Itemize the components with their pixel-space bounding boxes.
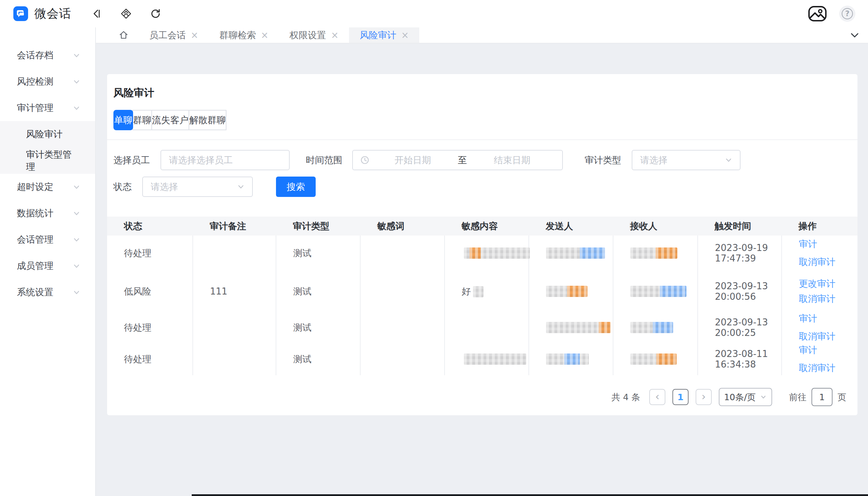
mosaic-segment [473,286,484,297]
audit-type-placeholder: 请选择 [640,154,668,166]
sidebar-item[interactable]: 会话存档 [0,42,95,68]
row-action-link[interactable]: 取消审计 [799,256,835,268]
refresh-icon[interactable] [150,8,161,19]
table-column-header: 触发时间 [698,217,782,236]
row-actions: 审计取消审计 [799,312,857,343]
employee-input[interactable] [160,150,290,170]
sidebar-item[interactable]: 会话管理 [0,226,95,253]
row-action-link[interactable]: 审计 [799,238,817,250]
chat-type-tabs: 单聊群聊流失客户解散群聊 [113,110,226,130]
close-icon[interactable]: × [401,31,409,40]
table-row: 低风险 111 测试 好 2023-09-13 20:00:5 [107,271,857,312]
chat-type-tab[interactable]: 解散群聊 [189,110,226,130]
sidebar-item[interactable]: 审计管理 [0,95,95,121]
open-tab[interactable]: 权限设置 × [279,27,349,43]
image-placeholder-icon [808,4,827,24]
redacted-receiver [630,286,686,297]
redacted-receiver [630,322,673,333]
row-action-link[interactable]: 取消审计 [799,362,835,374]
open-tab-label: 员工会话 [149,29,186,41]
close-icon[interactable]: × [261,31,269,40]
badge-icon[interactable] [120,8,132,19]
goto-suffix: 页 [837,391,846,403]
help-button[interactable]: ? [839,6,855,22]
cell-sender [529,343,613,375]
section-divider [107,139,857,140]
mosaic-segment [546,322,599,333]
row-action-link[interactable]: 取消审计 [799,293,835,305]
mosaic-segment [469,247,481,259]
current-page-button[interactable]: 1 [672,389,689,405]
goto-label: 前往 [789,391,807,403]
chevron-down-icon [73,262,80,270]
cell-sensitive-content [445,236,529,271]
open-tab[interactable]: 员工会话 × [139,27,209,43]
close-icon[interactable]: × [191,31,198,40]
mosaic-segment [653,322,673,333]
sidebar-item[interactable]: 审计类型管理 [0,147,95,174]
filter-row-1: 选择员工 时间范围 开始日期 至 结束日期 审计类型 [107,150,857,170]
chevron-down-icon [73,104,80,112]
sidebar-item[interactable]: 风控检测 [0,68,95,95]
cell-actions: 审计取消审计 [782,312,857,343]
chat-type-tab[interactable]: 流失客户 [151,110,189,130]
open-tab-label: 权限设置 [290,29,326,41]
table-row: 待处理 测试 2023-09-13 20:00:25 [107,312,857,343]
cell-sensitive-content: 好 [445,271,529,312]
cell-note [193,343,276,375]
open-tab[interactable]: 群聊检索 × [209,27,279,43]
sidebar-item-label: 审计管理 [17,102,53,114]
search-button[interactable]: 搜索 [276,177,316,197]
mosaic-segment [464,247,469,259]
sidebar-item-label: 会话管理 [17,233,53,246]
sidebar-item[interactable]: 数据统计 [0,200,95,226]
goto-page-input[interactable] [811,388,833,406]
mosaic-segment [656,353,677,365]
goto-page: 前往 页 [789,388,846,406]
page-size-value: 10条/页 [724,391,756,403]
sidebar-item[interactable]: 成员管理 [0,253,95,279]
prev-page-button[interactable]: ‹ [649,389,665,405]
tabs-collapse-button[interactable] [850,30,860,40]
row-action-link[interactable]: 审计 [799,344,817,356]
top-header: 微会话 ? [0,0,868,27]
row-action-link[interactable]: 审计 [799,312,817,325]
sidebar-item[interactable]: 风险审计 [0,121,95,147]
main-area: 员工会话 × 群聊检索 × 权限设置 × 风险审计 × [96,27,868,496]
cell-keyword [360,236,445,271]
page-size-select[interactable]: 10条/页 [719,388,772,406]
cell-receiver [613,236,698,271]
home-tab[interactable] [118,30,129,40]
close-icon[interactable]: × [331,31,339,40]
redacted-receiver [630,353,677,365]
sidebar-item-label: 审计类型管理 [26,148,80,173]
avatar[interactable] [808,4,827,24]
row-action-link[interactable]: 更改审计 [799,278,835,290]
sidebar-item[interactable]: 超时设定 [0,174,95,200]
table-column-header: 接收人 [613,217,698,236]
open-tab[interactable]: 风险审计 × [349,27,419,43]
chevron-down-icon [73,78,80,86]
sidebar-item[interactable]: 系统设置 [0,279,95,305]
cell-audit-type: 测试 [276,271,360,312]
chat-bubble-icon [15,8,26,19]
audit-type-select[interactable]: 请选择 [632,150,741,170]
mosaic-segment [481,247,530,259]
next-page-button[interactable]: › [696,389,712,405]
table-column-header: 审计类型 [276,217,360,236]
date-range-picker[interactable]: 开始日期 至 结束日期 [352,150,563,170]
mosaic-segment [464,353,526,365]
cell-note [193,236,276,271]
pagination: 共 4 条 ‹ 1 › 10条/页 前往 [107,388,857,406]
status-label: 状态 [113,181,132,193]
mosaic-segment [567,286,587,297]
mosaic-segment [630,322,653,333]
status-select[interactable]: 请选择 [142,177,253,197]
mosaic-segment [580,247,605,259]
chat-type-tab[interactable]: 单聊 [113,110,133,130]
sidebar-collapse-icon[interactable] [91,8,102,19]
mosaic-segment [546,286,567,297]
cell-actions: 审计取消审计 [782,236,857,271]
chat-type-tab[interactable]: 群聊 [132,110,152,130]
row-action-link[interactable]: 取消审计 [799,330,835,343]
